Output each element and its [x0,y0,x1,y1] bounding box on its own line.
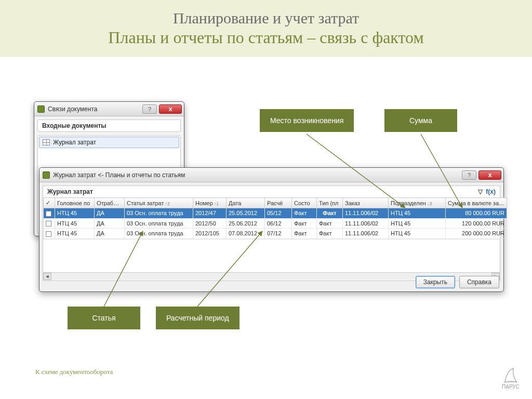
col-hq[interactable]: Головное по [55,198,95,208]
titlebar[interactable]: Связи документа ? x [34,102,184,116]
close-button[interactable]: x [478,170,501,180]
grid: ✓ Головное по Отработан Статья затрат↑2 … [43,197,500,273]
help-button[interactable]: ? [142,104,157,114]
callout-amount: Сумма [384,109,457,132]
sort-icon: ↑2 [165,201,170,206]
schema-link[interactable]: К схеме документооборота [35,368,113,376]
col-amount[interactable]: Сумма в валюте затра [446,198,507,208]
row-checkbox[interactable] [46,211,51,217]
section-incoming-docs: Входные документы [37,119,181,132]
row-checkbox[interactable] [46,231,51,237]
titlebar[interactable]: Журнал затрат <- Планы и отчеты по стать… [39,168,503,182]
panel-header: Журнал затрат ▽ f(x) [43,185,500,197]
callout-place: Место возникновения [260,109,354,132]
col-date[interactable]: Дата [227,198,265,208]
dialog-title: Журнал затрат <- Планы и отчеты по стать… [53,171,462,179]
dialog-title: Связи документа [48,105,142,113]
col-order[interactable]: Заказ [343,198,389,208]
logo-caption: ПАРУС [502,384,520,390]
slide-title: Планирование и учет затрат [0,9,532,27]
col-number[interactable]: Номер↑1 [193,198,227,208]
col-article[interactable]: Статья затрат↑2 [125,198,193,208]
scroll-left-icon[interactable]: ◄ [43,273,51,280]
fx-button[interactable]: f(x) [486,188,496,195]
table-row[interactable]: НТЦ 45ДА03 Осн. оплата труда2012/10507.0… [44,229,507,239]
grid-icon [43,139,50,145]
callout-article: Статья [68,307,140,329]
col-processed[interactable]: Отработан [95,198,125,208]
callout-period: Расчетный период [156,307,240,329]
col-dept[interactable]: Подразделен↓3 [389,198,446,208]
col-check[interactable]: ✓ [44,198,55,208]
list-item[interactable]: Журнал затрат [39,137,179,148]
filter-icon[interactable]: ▽ [478,188,483,195]
help-button[interactable]: Справка [459,276,499,288]
table-row[interactable]: НТЦ 45ДА03 Осн. оплата труда2012/4725.05… [44,208,507,219]
slide-subtitle: Планы и отчеты по статьям – связь с факт… [0,28,532,47]
row-checkbox[interactable] [46,221,51,227]
col-type[interactable]: Тип (пл [317,198,343,208]
table-row[interactable]: НТЦ 45ДА03 Осн. оплата труда2012/5025.06… [44,218,507,229]
parus-logo: ПАРУС [502,366,520,390]
slide-header: Планирование и учет затрат Планы и отчет… [0,0,532,57]
col-status[interactable]: Состо [292,198,317,208]
grid-empty-area [43,239,500,272]
grid-header-row: ✓ Головное по Отработан Статья затрат↑2 … [44,198,507,208]
sort-icon: ↓3 [427,201,432,206]
list-item-label: Журнал затрат [53,139,96,146]
close-button[interactable]: Закрыть [416,276,455,288]
sort-icon: ↑1 [214,201,219,206]
panel-title: Журнал затрат [47,188,93,195]
journal-icon [43,171,50,179]
close-button[interactable]: x [159,104,182,114]
dialog-cost-journal: Журнал затрат <- Планы и отчеты по стать… [39,167,504,292]
col-calc[interactable]: Расчё [265,198,292,208]
help-button[interactable]: ? [462,170,476,180]
links-icon [37,105,45,113]
